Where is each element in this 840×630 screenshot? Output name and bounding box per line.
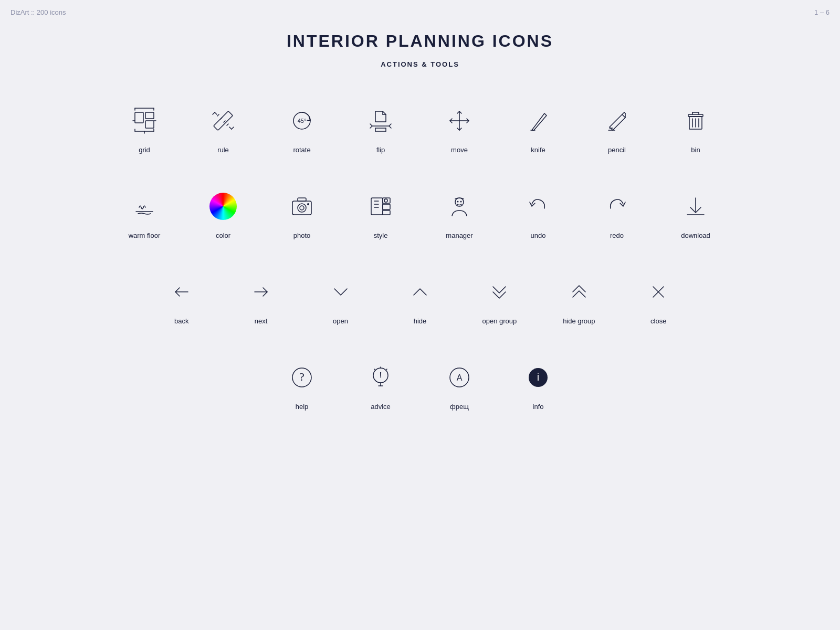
next-label: next <box>255 317 268 325</box>
icon-item-warm-floor: warm floor <box>105 180 184 255</box>
icon-item-hide-group: hide group <box>539 266 618 341</box>
help-icon: ? <box>286 362 318 393</box>
icon-grid-row4: ? help ! advice <box>105 351 735 426</box>
open-icon <box>325 276 356 308</box>
hide-group-label: hide group <box>563 317 595 325</box>
icon-item-pencil: pencil <box>578 94 656 170</box>
bin-icon <box>680 105 711 136</box>
icon-item-empty4 <box>656 351 735 426</box>
svg-rect-0 <box>135 112 143 123</box>
bin-label: bin <box>691 146 700 154</box>
svg-rect-55 <box>383 211 390 215</box>
svg-line-15 <box>224 121 225 122</box>
icon-item-back: back <box>142 266 221 341</box>
next-icon <box>245 276 277 308</box>
icon-item-empty2 <box>184 351 262 426</box>
grid-label: grid <box>139 146 150 154</box>
section-title: ACTIONS & TOOLS <box>381 60 459 68</box>
download-label: download <box>681 232 710 239</box>
freq-label: фрещ <box>450 403 469 411</box>
brand-label: DizArt :: 200 icons <box>10 8 66 16</box>
knife-label: knife <box>531 146 545 154</box>
svg-text:A: A <box>457 373 463 382</box>
manager-icon <box>444 191 475 222</box>
icon-item-close: close <box>619 266 698 341</box>
icon-item-style: style <box>341 180 420 255</box>
svg-line-14 <box>220 118 222 119</box>
close-icon <box>643 276 674 308</box>
icon-item-redo: redo <box>578 180 656 255</box>
svg-line-17 <box>213 112 215 114</box>
svg-line-13 <box>217 114 219 116</box>
svg-line-19 <box>232 127 234 129</box>
photo-icon <box>286 191 318 222</box>
pencil-icon <box>601 105 633 136</box>
pencil-label: pencil <box>608 146 626 154</box>
svg-line-76 <box>374 369 375 370</box>
undo-icon <box>522 191 554 222</box>
icon-item-open-group: open group <box>460 266 539 341</box>
svg-point-51 <box>307 203 309 205</box>
svg-rect-50 <box>298 198 306 201</box>
hide-label: hide <box>414 317 427 325</box>
manager-label: manager <box>446 232 472 239</box>
svg-rect-52 <box>371 198 383 215</box>
rotate-icon: 45° <box>286 105 318 136</box>
icon-item-grid: grid <box>105 94 184 170</box>
undo-label: undo <box>531 232 546 239</box>
flip-label: flip <box>376 146 385 154</box>
back-label: back <box>174 317 188 325</box>
icon-item-help: ? help <box>262 351 341 426</box>
redo-icon <box>601 191 633 222</box>
page-title: INTERIOR PLANNING ICONS <box>287 32 553 51</box>
svg-text:45°: 45° <box>298 118 307 124</box>
flip-icon <box>365 105 396 136</box>
back-icon <box>166 276 197 308</box>
svg-point-61 <box>457 201 459 203</box>
icon-item-download: download <box>656 180 735 255</box>
icon-item-bin: bin <box>656 94 735 170</box>
color-label: color <box>216 232 230 239</box>
knife-icon <box>522 105 554 136</box>
icon-item-undo: undo <box>499 180 578 255</box>
help-label: help <box>296 403 309 411</box>
color-wheel <box>209 193 237 220</box>
hide-group-icon <box>563 276 595 308</box>
style-label: style <box>374 232 388 239</box>
svg-point-59 <box>384 199 387 202</box>
open-label: open <box>333 317 348 325</box>
svg-text:i: i <box>537 371 539 383</box>
open-group-label: open group <box>482 317 517 325</box>
icon-grid-row3: back next open <box>105 266 735 341</box>
svg-line-18 <box>215 112 217 114</box>
icon-item-open: open <box>301 266 380 341</box>
grid-icon <box>129 105 160 136</box>
icon-item-freq: A фрещ <box>420 351 499 426</box>
svg-point-48 <box>298 204 306 212</box>
svg-rect-54 <box>383 204 390 209</box>
icon-item-knife: knife <box>499 94 578 170</box>
svg-text:!: ! <box>380 371 382 379</box>
svg-point-49 <box>300 206 304 210</box>
advice-icon: ! <box>365 362 396 393</box>
style-icon <box>365 191 396 222</box>
freq-icon: A <box>444 362 475 393</box>
photo-label: photo <box>293 232 311 239</box>
icon-item-empty1 <box>105 351 184 426</box>
icon-item-photo: photo <box>262 180 341 255</box>
warm-floor-icon <box>129 191 160 222</box>
icon-item-hide: hide <box>380 266 459 341</box>
pagination-label: 1 – 6 <box>814 8 830 16</box>
svg-rect-2 <box>145 121 154 128</box>
icon-item-manager: manager <box>420 180 499 255</box>
download-icon <box>680 191 711 222</box>
info-label: info <box>533 403 544 411</box>
svg-rect-1 <box>145 112 154 119</box>
rule-icon <box>207 105 239 136</box>
color-icon <box>207 191 239 222</box>
icon-item-next: next <box>221 266 300 341</box>
icon-item-empty3 <box>578 351 656 426</box>
icon-item-rotate: 45° rotate <box>262 94 341 170</box>
rule-label: rule <box>217 146 229 154</box>
icon-item-advice: ! advice <box>341 351 420 426</box>
